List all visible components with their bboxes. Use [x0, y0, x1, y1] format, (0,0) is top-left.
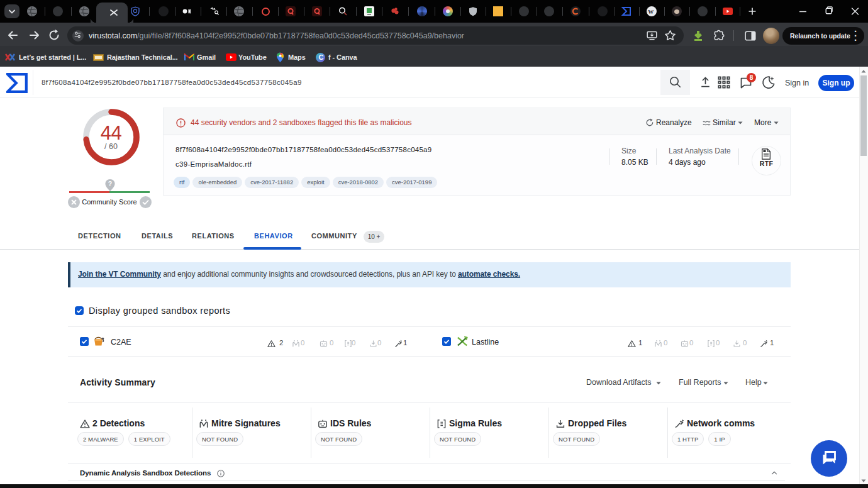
svg-text:?: ? — [108, 180, 112, 187]
